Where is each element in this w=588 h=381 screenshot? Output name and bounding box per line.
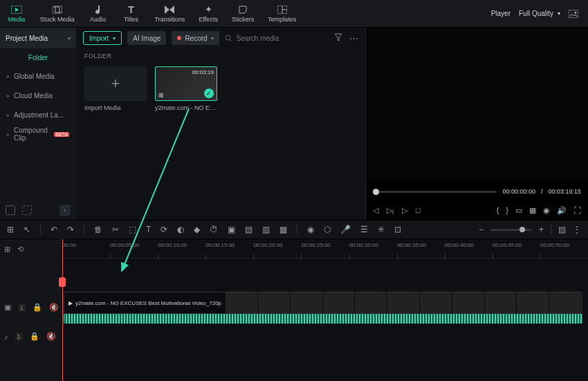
- media-toolbar: Import▾ AI Image Record▾ ⋯: [76, 28, 365, 48]
- transitions-icon: [165, 5, 174, 15]
- render-icon[interactable]: ▦: [279, 225, 287, 234]
- svg-marker-4: [165, 6, 169, 14]
- more-icon[interactable]: ⋮: [573, 225, 581, 234]
- play-backward-icon[interactable]: ▷|: [387, 206, 394, 215]
- grid-icon[interactable]: ▦: [529, 206, 536, 215]
- mute-icon[interactable]: 🔇: [49, 303, 59, 312]
- keyframe-icon[interactable]: ◆: [194, 225, 200, 234]
- snapshot-icon[interactable]: [569, 10, 578, 18]
- sidebar-folder[interactable]: Folder: [0, 48, 76, 66]
- mixer-icon[interactable]: ☰: [360, 225, 368, 234]
- tab-titles[interactable]: T Titles: [115, 0, 148, 28]
- chain-icon[interactable]: ⟲: [17, 245, 24, 254]
- sidebar-item-cloud-media[interactable]: ▸Cloud Media: [0, 86, 76, 105]
- timeline-ruler[interactable]: 00:00 00:00:05:00 00:00:10:00 00:00:15:0…: [62, 239, 588, 259]
- text-icon[interactable]: T: [146, 225, 151, 234]
- media-clip-card[interactable]: 00:03:19 ▦ ✓ y2mate.com - NO EXC...: [155, 66, 217, 111]
- collapse-sidebar-icon[interactable]: ‹: [59, 205, 71, 216]
- tab-media[interactable]: Media: [0, 0, 33, 28]
- layout-icon[interactable]: ⊞: [4, 245, 10, 254]
- snap-icon[interactable]: ✳: [378, 225, 385, 234]
- sidebar-item-adjustment-layer[interactable]: ▸Adjustment La...: [0, 105, 76, 124]
- delete-icon[interactable]: 🗑: [94, 225, 102, 234]
- camera-icon[interactable]: ◉: [543, 206, 550, 215]
- filter-icon[interactable]: [334, 33, 342, 44]
- sidebar: Project Media ▾ Folder ▸Global Media ▸Cl…: [0, 28, 76, 220]
- timer-icon[interactable]: ⏱: [210, 225, 218, 234]
- crop-icon[interactable]: ⬚: [129, 225, 136, 234]
- tab-stock-media[interactable]: Stock Media: [33, 0, 82, 28]
- tab-templates[interactable]: Templates: [261, 0, 303, 28]
- search-input[interactable]: [237, 35, 324, 42]
- media-grid: + Import Media 00:03:19 ▦ ✓ y2mate.com -…: [76, 64, 365, 114]
- mic-icon[interactable]: 🎤: [340, 225, 351, 234]
- import-button[interactable]: Import▾: [83, 31, 122, 45]
- redo-icon[interactable]: ↷: [67, 225, 74, 234]
- beta-badge: BETA: [54, 132, 69, 137]
- tab-stickers[interactable]: Stickers: [225, 0, 261, 28]
- volume-icon[interactable]: 🔊: [557, 206, 567, 215]
- sidebar-header[interactable]: Project Media ▾: [0, 28, 76, 48]
- sidebar-item-global-media[interactable]: ▸Global Media: [0, 66, 76, 86]
- lock-icon[interactable]: 🔒: [33, 303, 42, 312]
- clip-duration: 00:03:19: [192, 69, 214, 75]
- color-icon[interactable]: ◐: [177, 225, 184, 234]
- import-media-card[interactable]: + Import Media: [84, 66, 147, 111]
- zoom-slider[interactable]: [490, 229, 532, 231]
- adjust-icon[interactable]: ⊞: [7, 225, 14, 234]
- prev-frame-icon[interactable]: ◁: [373, 206, 378, 215]
- chevron-right-icon: ▸: [7, 112, 10, 118]
- cursor-icon[interactable]: ↖: [24, 225, 30, 234]
- preview-seekbar[interactable]: [373, 191, 497, 193]
- trim-icon[interactable]: ▤: [245, 225, 252, 234]
- view-icon[interactable]: ▤: [558, 225, 566, 234]
- mute-icon[interactable]: 🔇: [46, 332, 56, 341]
- track-icon[interactable]: ▥: [262, 225, 270, 234]
- detect-icon[interactable]: ▣: [228, 225, 235, 234]
- mark-out-icon[interactable]: }: [506, 206, 508, 215]
- video-track-icon[interactable]: ▣: [4, 303, 11, 312]
- new-folder-icon[interactable]: [6, 205, 15, 215]
- stop-icon[interactable]: □: [416, 206, 421, 214]
- record-dot-icon: [177, 36, 181, 40]
- timeline-clip[interactable]: ▶y2mate.com - NO EXCUSES Best Motivation…: [64, 292, 582, 314]
- cut-icon[interactable]: ✂: [112, 225, 119, 234]
- seek-thumb[interactable]: [373, 189, 379, 195]
- play-icon[interactable]: ▷: [402, 206, 407, 215]
- guard-icon[interactable]: ⬡: [324, 225, 331, 234]
- preview-controls: ◁ ▷| ▷ □ { } ▭ ▦ ◉ 🔊 ⛶: [366, 201, 588, 220]
- zoom-in-icon[interactable]: +: [539, 225, 544, 234]
- sidebar-item-compound-clip[interactable]: ▸Compound ClipBETA: [0, 124, 76, 144]
- templates-icon: [277, 5, 287, 15]
- ai-image-button[interactable]: AI Image: [127, 31, 166, 45]
- audio-track-icon[interactable]: ♪: [4, 333, 8, 341]
- link-icon[interactable]: ⊡: [394, 225, 401, 234]
- timeline[interactable]: ⊞⟲ ▣ 1 🔒 🔇 ♪ 1 🔒 🔇 00:00 00:00:05:00 00:…: [0, 239, 588, 381]
- record-button[interactable]: Record▾: [172, 31, 219, 45]
- zoom-thumb[interactable]: [520, 227, 525, 232]
- undo-icon[interactable]: ↶: [50, 225, 57, 234]
- playhead[interactable]: [62, 239, 63, 381]
- playhead-marker[interactable]: [59, 277, 66, 287]
- audio-waveform[interactable]: [64, 314, 582, 324]
- lock-icon[interactable]: 🔒: [30, 332, 39, 341]
- tab-transitions[interactable]: Transitions: [148, 0, 192, 28]
- quality-select[interactable]: Full Quality ▾: [519, 10, 560, 17]
- ratio-icon[interactable]: ▭: [515, 206, 522, 215]
- fullscreen-icon[interactable]: ⛶: [573, 206, 581, 215]
- search-box[interactable]: [225, 35, 329, 42]
- audio-icon: [94, 5, 102, 15]
- chevron-down-icon: ▾: [211, 35, 214, 41]
- new-folder-dashed-icon[interactable]: [22, 205, 32, 215]
- zoom-out-icon[interactable]: −: [479, 225, 484, 234]
- preview-panel: 00:00:00:00 / 00:03:19:15 ◁ ▷| ▷ □ { } ▭…: [365, 28, 588, 220]
- mark-in-icon[interactable]: {: [497, 206, 499, 215]
- timeline-track-headers: ⊞⟲ ▣ 1 🔒 🔇 ♪ 1 🔒 🔇: [0, 239, 62, 381]
- preview-video[interactable]: [366, 28, 588, 183]
- preview-current-time: 00:00:00:00: [502, 188, 535, 195]
- more-icon[interactable]: ⋯: [349, 33, 358, 44]
- tab-audio[interactable]: Audio: [82, 0, 115, 28]
- marker-icon[interactable]: ◉: [307, 225, 314, 234]
- tab-effects[interactable]: ✦ Effects: [192, 0, 225, 28]
- speed-icon[interactable]: ⟳: [160, 225, 167, 234]
